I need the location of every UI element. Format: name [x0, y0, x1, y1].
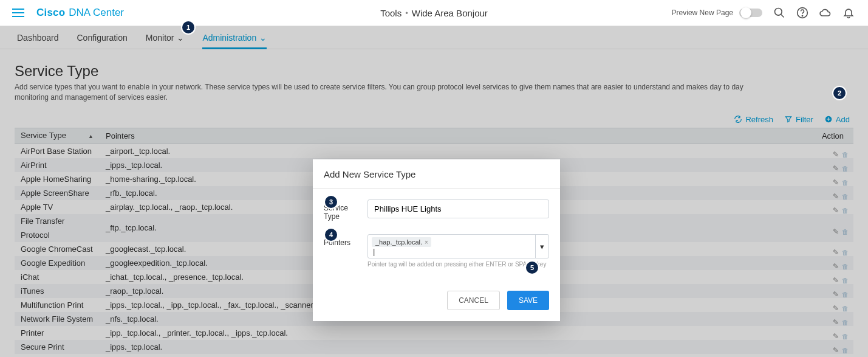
service-type-input[interactable]	[367, 199, 549, 218]
header-text: Action	[822, 131, 844, 140]
bell-icon[interactable]	[842, 7, 855, 19]
plus-circle-icon	[824, 115, 833, 123]
tab-label: Administration	[202, 33, 256, 43]
toggle-switch-icon[interactable]	[739, 9, 762, 17]
chevron-down-icon: ⌄	[177, 33, 184, 43]
pointer-input-cursor[interactable]: |	[373, 247, 530, 255]
tab-label: Monitor	[146, 33, 174, 43]
delete-icon[interactable]	[840, 175, 849, 184]
edit-icon[interactable]	[830, 189, 839, 198]
cell-action	[812, 214, 853, 242]
toolbar-label: Refresh	[745, 115, 773, 124]
svg-point-0	[775, 9, 782, 16]
cell-action	[812, 298, 853, 312]
toolbar-label: Add	[836, 115, 850, 124]
cell-service-type: Secure Shell	[15, 354, 100, 357]
refresh-button[interactable]: Refresh	[734, 115, 773, 124]
edit-icon[interactable]	[830, 245, 839, 254]
edit-icon[interactable]	[830, 301, 839, 310]
delete-icon[interactable]	[840, 259, 849, 268]
cell-service-type: Google Expedition	[15, 256, 100, 270]
cell-action	[812, 312, 853, 326]
step-badge-5: 5	[526, 262, 538, 274]
delete-icon[interactable]	[840, 224, 849, 233]
edit-icon[interactable]	[830, 161, 839, 170]
cell-pointers: _ipps._tcp.local.	[100, 340, 812, 354]
edit-icon[interactable]	[830, 224, 839, 233]
table-row: Secure Print_ipps._tcp.local.	[15, 340, 853, 354]
step-badge-4: 4	[325, 229, 337, 241]
add-service-type-dialog: Add New Service Type Service Type Pointe…	[313, 159, 560, 321]
edit-icon[interactable]	[830, 315, 839, 324]
edit-icon[interactable]	[830, 259, 839, 268]
cell-action	[812, 186, 853, 200]
cell-action	[812, 326, 853, 340]
delete-icon[interactable]	[840, 189, 849, 198]
table-row: AirPort Base Station_airport._tcp.local.	[15, 144, 853, 158]
cell-action	[812, 200, 853, 214]
search-icon[interactable]	[773, 7, 785, 19]
pointer-tag-text: _hap._tcp.local.	[375, 238, 422, 246]
add-button[interactable]: Add	[824, 115, 850, 124]
remove-tag-icon[interactable]: ×	[425, 239, 428, 246]
brand: Cisco DNA Center	[36, 7, 124, 19]
delete-icon[interactable]	[840, 315, 849, 324]
delete-icon[interactable]	[840, 273, 849, 282]
edit-icon[interactable]	[830, 175, 839, 184]
nav-tabs: Dashboard Configuration Monitor⌄ Adminis…	[0, 26, 868, 49]
delete-icon[interactable]	[840, 203, 849, 212]
preview-toggle[interactable]: Preview New Page	[672, 9, 762, 17]
chevron-down-icon: ⌄	[259, 33, 267, 43]
save-button[interactable]: SAVE	[507, 291, 549, 310]
table-toolbar: Refresh Filter Add	[15, 115, 853, 124]
column-header-action: Action	[812, 128, 853, 144]
column-header-service-type[interactable]: Service Type▲	[15, 128, 100, 144]
delete-icon[interactable]	[840, 161, 849, 170]
pointer-hint: Pointer tag will be added on pressing ei…	[367, 261, 549, 268]
edit-icon[interactable]	[830, 343, 839, 352]
delete-icon[interactable]	[840, 343, 849, 352]
page-title: Service Type	[15, 63, 853, 80]
delete-icon[interactable]	[840, 245, 849, 254]
cell-service-type: Secure Print	[15, 340, 100, 354]
tab-label: Dashboard	[17, 33, 59, 43]
cancel-button[interactable]: CANCEL	[447, 291, 500, 310]
edit-icon[interactable]	[830, 329, 839, 338]
step-badge-1: 1	[182, 21, 194, 33]
cell-action	[812, 144, 853, 158]
step-badge-2: 2	[833, 87, 846, 99]
breadcrumb: Tools • Wide Area Bonjour	[380, 8, 488, 18]
dropdown-toggle-icon[interactable]: ▾	[535, 235, 548, 258]
cell-service-type: Apple ScreenShare	[15, 186, 100, 200]
tab-monitor[interactable]: Monitor⌄	[146, 26, 185, 49]
column-header-pointers[interactable]: Pointers	[100, 128, 812, 144]
cell-pointers: _ipp._tcp.local., _printer._tcp.local., …	[100, 326, 812, 340]
edit-icon[interactable]	[830, 273, 839, 282]
edit-icon[interactable]	[830, 287, 839, 296]
cell-action	[812, 256, 853, 270]
tab-configuration[interactable]: Configuration	[77, 26, 128, 49]
breadcrumb-separator: •	[405, 9, 408, 18]
cell-action	[812, 172, 853, 186]
delete-icon[interactable]	[840, 147, 849, 156]
cell-service-type: iChat	[15, 270, 100, 284]
tab-administration[interactable]: Administration⌄	[202, 26, 267, 49]
filter-button[interactable]: Filter	[784, 115, 813, 124]
cell-service-type: File Transfer Protocol	[15, 214, 100, 242]
delete-icon[interactable]	[840, 301, 849, 310]
pointers-multiselect[interactable]: _hap._tcp.local. × | ▾	[367, 234, 549, 258]
hamburger-menu-icon[interactable]	[12, 9, 24, 17]
breadcrumb-leaf: Wide Area Bonjour	[412, 8, 488, 18]
delete-icon[interactable]	[840, 287, 849, 296]
breadcrumb-root: Tools	[380, 8, 402, 18]
edit-icon[interactable]	[830, 203, 839, 212]
edit-icon[interactable]	[830, 147, 839, 156]
tab-dashboard[interactable]: Dashboard	[17, 26, 59, 49]
cell-service-type: Printer	[15, 326, 100, 340]
cloud-icon[interactable]	[819, 7, 832, 19]
cell-service-type: Apple TV	[15, 200, 100, 214]
tab-label: Configuration	[77, 33, 128, 43]
delete-icon[interactable]	[840, 329, 849, 338]
help-icon[interactable]	[796, 7, 808, 19]
header-text: Pointers	[106, 131, 135, 140]
